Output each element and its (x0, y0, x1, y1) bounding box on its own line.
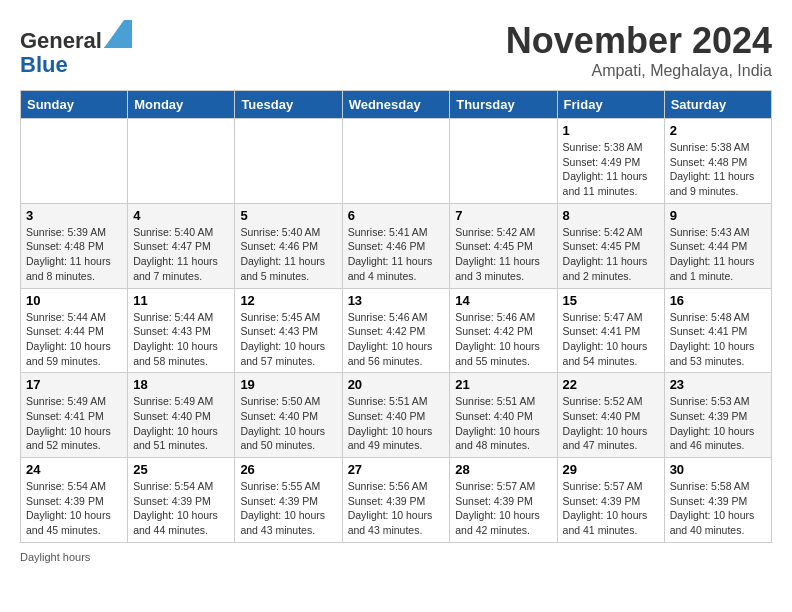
day-number: 15 (563, 293, 659, 308)
calendar-cell: 14Sunrise: 5:46 AM Sunset: 4:42 PM Dayli… (450, 288, 557, 373)
calendar-cell: 15Sunrise: 5:47 AM Sunset: 4:41 PM Dayli… (557, 288, 664, 373)
calendar-cell: 30Sunrise: 5:58 AM Sunset: 4:39 PM Dayli… (664, 458, 771, 543)
day-number: 8 (563, 208, 659, 223)
day-info: Sunrise: 5:40 AM Sunset: 4:47 PM Dayligh… (133, 225, 229, 284)
calendar-week-2: 3Sunrise: 5:39 AM Sunset: 4:48 PM Daylig… (21, 203, 772, 288)
day-info: Sunrise: 5:50 AM Sunset: 4:40 PM Dayligh… (240, 394, 336, 453)
day-info: Sunrise: 5:53 AM Sunset: 4:39 PM Dayligh… (670, 394, 766, 453)
calendar-cell: 17Sunrise: 5:49 AM Sunset: 4:41 PM Dayli… (21, 373, 128, 458)
day-info: Sunrise: 5:49 AM Sunset: 4:40 PM Dayligh… (133, 394, 229, 453)
calendar-cell: 5Sunrise: 5:40 AM Sunset: 4:46 PM Daylig… (235, 203, 342, 288)
calendar-cell (128, 119, 235, 204)
calendar-week-5: 24Sunrise: 5:54 AM Sunset: 4:39 PM Dayli… (21, 458, 772, 543)
day-info: Sunrise: 5:52 AM Sunset: 4:40 PM Dayligh… (563, 394, 659, 453)
svg-marker-1 (104, 20, 132, 48)
page-header: General Blue November 2024 Ampati, Megha… (20, 20, 772, 80)
day-info: Sunrise: 5:40 AM Sunset: 4:46 PM Dayligh… (240, 225, 336, 284)
calendar-cell (450, 119, 557, 204)
day-info: Sunrise: 5:57 AM Sunset: 4:39 PM Dayligh… (563, 479, 659, 538)
month-title: November 2024 (506, 20, 772, 62)
calendar-body: 1Sunrise: 5:38 AM Sunset: 4:49 PM Daylig… (21, 119, 772, 543)
day-number: 26 (240, 462, 336, 477)
daylight-label: Daylight hours (20, 551, 90, 563)
day-number: 21 (455, 377, 551, 392)
day-info: Sunrise: 5:57 AM Sunset: 4:39 PM Dayligh… (455, 479, 551, 538)
day-number: 16 (670, 293, 766, 308)
calendar-cell: 7Sunrise: 5:42 AM Sunset: 4:45 PM Daylig… (450, 203, 557, 288)
calendar-cell: 4Sunrise: 5:40 AM Sunset: 4:47 PM Daylig… (128, 203, 235, 288)
footer: Daylight hours (20, 551, 772, 563)
day-info: Sunrise: 5:39 AM Sunset: 4:48 PM Dayligh… (26, 225, 122, 284)
day-info: Sunrise: 5:38 AM Sunset: 4:49 PM Dayligh… (563, 140, 659, 199)
calendar-cell: 12Sunrise: 5:45 AM Sunset: 4:43 PM Dayli… (235, 288, 342, 373)
day-info: Sunrise: 5:45 AM Sunset: 4:43 PM Dayligh… (240, 310, 336, 369)
logo: General Blue (20, 20, 132, 77)
calendar-cell: 20Sunrise: 5:51 AM Sunset: 4:40 PM Dayli… (342, 373, 450, 458)
calendar-cell (21, 119, 128, 204)
calendar-cell: 3Sunrise: 5:39 AM Sunset: 4:48 PM Daylig… (21, 203, 128, 288)
calendar-cell: 11Sunrise: 5:44 AM Sunset: 4:43 PM Dayli… (128, 288, 235, 373)
day-number: 30 (670, 462, 766, 477)
day-number: 25 (133, 462, 229, 477)
calendar-table: SundayMondayTuesdayWednesdayThursdayFrid… (20, 90, 772, 543)
day-number: 7 (455, 208, 551, 223)
day-number: 11 (133, 293, 229, 308)
day-number: 5 (240, 208, 336, 223)
location: Ampati, Meghalaya, India (506, 62, 772, 80)
calendar-cell: 21Sunrise: 5:51 AM Sunset: 4:40 PM Dayli… (450, 373, 557, 458)
calendar-cell: 8Sunrise: 5:42 AM Sunset: 4:45 PM Daylig… (557, 203, 664, 288)
calendar-cell: 6Sunrise: 5:41 AM Sunset: 4:46 PM Daylig… (342, 203, 450, 288)
calendar-cell: 9Sunrise: 5:43 AM Sunset: 4:44 PM Daylig… (664, 203, 771, 288)
day-number: 18 (133, 377, 229, 392)
day-info: Sunrise: 5:51 AM Sunset: 4:40 PM Dayligh… (348, 394, 445, 453)
day-info: Sunrise: 5:51 AM Sunset: 4:40 PM Dayligh… (455, 394, 551, 453)
day-number: 13 (348, 293, 445, 308)
calendar-header-thursday: Thursday (450, 91, 557, 119)
calendar-cell: 19Sunrise: 5:50 AM Sunset: 4:40 PM Dayli… (235, 373, 342, 458)
day-info: Sunrise: 5:56 AM Sunset: 4:39 PM Dayligh… (348, 479, 445, 538)
day-number: 22 (563, 377, 659, 392)
day-number: 19 (240, 377, 336, 392)
calendar-cell: 22Sunrise: 5:52 AM Sunset: 4:40 PM Dayli… (557, 373, 664, 458)
calendar-cell: 27Sunrise: 5:56 AM Sunset: 4:39 PM Dayli… (342, 458, 450, 543)
day-info: Sunrise: 5:44 AM Sunset: 4:44 PM Dayligh… (26, 310, 122, 369)
day-number: 17 (26, 377, 122, 392)
calendar-cell: 1Sunrise: 5:38 AM Sunset: 4:49 PM Daylig… (557, 119, 664, 204)
calendar-header-row: SundayMondayTuesdayWednesdayThursdayFrid… (21, 91, 772, 119)
calendar-cell: 13Sunrise: 5:46 AM Sunset: 4:42 PM Dayli… (342, 288, 450, 373)
day-info: Sunrise: 5:46 AM Sunset: 4:42 PM Dayligh… (455, 310, 551, 369)
calendar-header-wednesday: Wednesday (342, 91, 450, 119)
calendar-cell (235, 119, 342, 204)
day-info: Sunrise: 5:55 AM Sunset: 4:39 PM Dayligh… (240, 479, 336, 538)
day-number: 6 (348, 208, 445, 223)
day-info: Sunrise: 5:58 AM Sunset: 4:39 PM Dayligh… (670, 479, 766, 538)
calendar-week-3: 10Sunrise: 5:44 AM Sunset: 4:44 PM Dayli… (21, 288, 772, 373)
day-info: Sunrise: 5:54 AM Sunset: 4:39 PM Dayligh… (26, 479, 122, 538)
calendar-cell: 29Sunrise: 5:57 AM Sunset: 4:39 PM Dayli… (557, 458, 664, 543)
calendar-header-monday: Monday (128, 91, 235, 119)
calendar-cell: 18Sunrise: 5:49 AM Sunset: 4:40 PM Dayli… (128, 373, 235, 458)
logo-general: General (20, 28, 102, 53)
day-info: Sunrise: 5:48 AM Sunset: 4:41 PM Dayligh… (670, 310, 766, 369)
day-number: 24 (26, 462, 122, 477)
day-number: 27 (348, 462, 445, 477)
calendar-header-sunday: Sunday (21, 91, 128, 119)
day-info: Sunrise: 5:54 AM Sunset: 4:39 PM Dayligh… (133, 479, 229, 538)
calendar-cell: 26Sunrise: 5:55 AM Sunset: 4:39 PM Dayli… (235, 458, 342, 543)
day-info: Sunrise: 5:44 AM Sunset: 4:43 PM Dayligh… (133, 310, 229, 369)
calendar-cell: 16Sunrise: 5:48 AM Sunset: 4:41 PM Dayli… (664, 288, 771, 373)
calendar-cell: 28Sunrise: 5:57 AM Sunset: 4:39 PM Dayli… (450, 458, 557, 543)
calendar-cell (342, 119, 450, 204)
day-number: 3 (26, 208, 122, 223)
day-number: 20 (348, 377, 445, 392)
day-info: Sunrise: 5:41 AM Sunset: 4:46 PM Dayligh… (348, 225, 445, 284)
day-info: Sunrise: 5:43 AM Sunset: 4:44 PM Dayligh… (670, 225, 766, 284)
day-number: 14 (455, 293, 551, 308)
calendar-cell: 2Sunrise: 5:38 AM Sunset: 4:48 PM Daylig… (664, 119, 771, 204)
day-number: 23 (670, 377, 766, 392)
day-info: Sunrise: 5:42 AM Sunset: 4:45 PM Dayligh… (563, 225, 659, 284)
calendar-cell: 25Sunrise: 5:54 AM Sunset: 4:39 PM Dayli… (128, 458, 235, 543)
day-number: 1 (563, 123, 659, 138)
calendar-header-saturday: Saturday (664, 91, 771, 119)
calendar-week-1: 1Sunrise: 5:38 AM Sunset: 4:49 PM Daylig… (21, 119, 772, 204)
